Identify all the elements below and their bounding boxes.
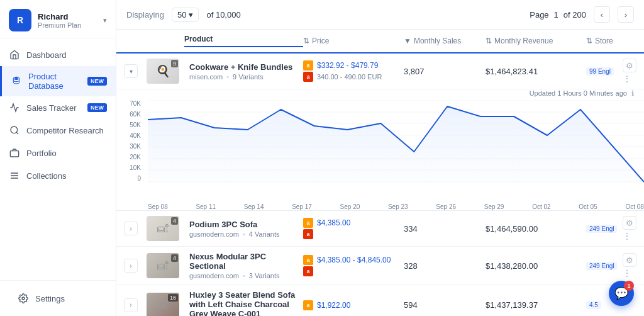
monthly-revenue-value: $1,464,823.41 (486, 67, 586, 76)
price-cell: a $4,385.00 - $4,845.00 a (303, 255, 404, 276)
chart-wrapper: 70K 60K 50K 40K 30K 20K 10K 0 Sep 08 Sep… (116, 100, 644, 210)
chat-bubble-button[interactable]: 💬 1 (609, 281, 634, 306)
count-value: 50 (177, 10, 186, 20)
prev-page-button[interactable]: ‹ (594, 6, 610, 23)
ali-price: 340.00 - 490.00 EUR (317, 73, 382, 81)
col-header-monthly-revenue[interactable]: ⇅ Monthly Revenue (486, 37, 586, 45)
x-label: Sep 14 (244, 203, 264, 210)
sidebar-item-sales-tracker[interactable]: Sales Tracker NEW (0, 96, 116, 119)
portfolio-icon (9, 147, 20, 159)
table-row: › 🛋 4 Podium 3PC Sofa gusmodern.com • 4 … (116, 211, 644, 247)
monthly-sales-value: 334 (404, 224, 486, 234)
y-label: 10K (116, 164, 141, 171)
amazon-icon: a (303, 255, 313, 265)
y-label: 0 (116, 175, 141, 182)
more-options-button[interactable]: ⋮ (623, 74, 636, 84)
monthly-sales-value: 3,807 (404, 67, 486, 76)
more-options-button[interactable]: ⋮ (623, 231, 636, 241)
sidebar-item-competitor-research[interactable]: Competitor Research (0, 119, 116, 142)
col-header-product: Product (184, 35, 303, 47)
sidebar-nav: Dashboard Product Database NEW Sales Tra… (0, 38, 116, 280)
displaying-label: Displaying (126, 10, 164, 20)
amazon-price-row: a $4,385.00 - $4,845.00 (303, 255, 404, 265)
of-total: of 10,000 (206, 10, 240, 20)
gear-button[interactable]: ⚙ (623, 253, 636, 267)
home-icon (9, 49, 20, 60)
expand-row-button[interactable]: › (124, 259, 138, 273)
amazon-price: $4,385.00 (317, 218, 350, 227)
amazon-icon: a (303, 60, 313, 71)
product-image: 🛋 16 (147, 293, 179, 317)
chart-svg (148, 100, 644, 191)
expand-row-button[interactable]: › (124, 298, 138, 312)
sidebar-item-dashboard[interactable]: Dashboard (0, 43, 116, 66)
more-options-button[interactable]: ⋮ (623, 268, 636, 278)
database-icon (11, 76, 22, 87)
price-cell: a $4,385.00 a (303, 218, 404, 239)
sort-icon: ▼ (404, 37, 411, 45)
x-label: Sep 11 (196, 203, 216, 210)
x-label: Sep 08 (148, 203, 168, 210)
next-page-button[interactable]: › (618, 6, 634, 23)
product-image: 🛋 4 (147, 253, 179, 278)
gear-button[interactable]: ⚙ (623, 59, 636, 72)
settings-label: Settings (35, 294, 98, 303)
settings-icon (18, 293, 29, 304)
chevron-down-icon[interactable]: ▾ (103, 16, 107, 25)
products-area: ▾ 🍳 9 Cookware + Knife Bundles misen.com… (116, 54, 644, 316)
store-name: gusmodern.com (189, 272, 239, 279)
store-count: 4.5 (586, 301, 601, 309)
ali-price-row: a 340.00 - 490.00 EUR (303, 72, 404, 82)
y-label: 40K (116, 132, 141, 139)
image-count: 4 (171, 217, 178, 225)
price-cell: a $1,922.00 (303, 300, 404, 310)
product-name: Huxley 3 Seater Blend Sofa with Left Cha… (189, 290, 298, 316)
sidebar-item-label: Competitor Research (26, 126, 107, 135)
info-icon: ℹ (631, 89, 634, 97)
amazon-price: $332.92 - $479.79 (317, 61, 378, 70)
chart-container: Updated 1 Hours 0 Minutes ago ℹ (116, 89, 644, 211)
store-cell: 249 Engl ⚙ ⋮ (586, 216, 636, 241)
new-badge: NEW (87, 77, 107, 86)
sort-icon: ⇅ (486, 37, 492, 45)
table-row: › 🛋 16 Huxley 3 Seater Blend Sofa with L… (116, 285, 644, 316)
product-info: Nexus Modular 3PC Sectional gusmodern.co… (184, 252, 303, 279)
sidebar-item-label: Sales Tracker (26, 103, 81, 113)
x-label: Sep 23 (388, 203, 408, 210)
y-label: 20K (116, 154, 141, 161)
aliexpress-icon: a (303, 229, 313, 239)
product-name: Nexus Modular 3PC Sectional (189, 252, 298, 271)
sidebar-item-label: Dashboard (26, 50, 107, 60)
sidebar-item-collections[interactable]: Collections (0, 164, 116, 187)
ali-price-row: a (303, 266, 404, 276)
count-select[interactable]: 50 ▾ (172, 8, 199, 22)
col-header-price[interactable]: ⇅ Price (303, 37, 404, 45)
collections-icon (9, 170, 20, 181)
gear-button[interactable]: ⚙ (623, 216, 636, 230)
col-header-store[interactable]: ⇅ Store (586, 37, 636, 45)
sidebar-item-portfolio[interactable]: Portfolio (0, 142, 116, 164)
product-image: 🛋 4 (147, 216, 179, 241)
store-count: 249 Engl (586, 262, 617, 270)
expand-row-button[interactable]: ▾ (124, 64, 138, 78)
y-label: 50K (116, 121, 141, 128)
col-header-monthly-sales[interactable]: ▼ Monthly Sales (404, 37, 486, 45)
product-meta: gusmodern.com • 3 Variants (189, 272, 298, 279)
product-info: Podium 3PC Sofa gusmodern.com • 4 Varian… (184, 220, 303, 238)
image-count: 16 (168, 294, 178, 302)
variants-count: 9 Variants (233, 73, 264, 81)
x-label: Sep 26 (436, 203, 456, 210)
y-axis-labels: 70K 60K 50K 40K 30K 20K 10K 0 (116, 100, 145, 182)
svg-rect-4 (10, 151, 18, 157)
user-name: Richard (38, 12, 97, 21)
expand-row-button[interactable]: › (124, 222, 138, 235)
aliexpress-icon: a (303, 266, 313, 276)
sidebar-item-label: Portfolio (26, 149, 107, 158)
sidebar-item-product-database[interactable]: Product Database NEW (0, 66, 116, 96)
product-meta: misen.com • 9 Variants (189, 73, 298, 81)
page-label: Page (530, 10, 548, 20)
svg-point-2 (11, 127, 18, 133)
sidebar-item-settings[interactable]: Settings (9, 287, 107, 310)
monthly-revenue-value: $1,437,139.37 (486, 300, 586, 310)
svg-point-5 (22, 297, 25, 300)
